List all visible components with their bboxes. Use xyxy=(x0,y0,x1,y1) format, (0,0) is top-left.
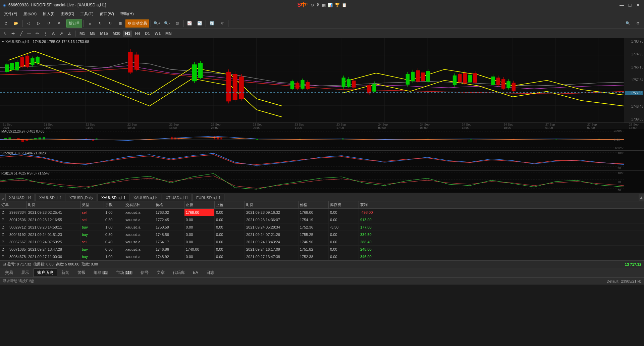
price-1766: 1766.15 xyxy=(625,65,643,69)
auto-trade-btn[interactable]: ⚙ 自动交易 xyxy=(125,19,149,28)
tab-articles[interactable]: 文章 xyxy=(153,268,168,277)
tf-d1[interactable]: D1 xyxy=(143,31,152,37)
window-controls[interactable]: — □ ✕ xyxy=(619,2,641,8)
price-chart[interactable]: ✦ XAUUSD.a,H1 1748.26 1755.08 1748.13 17… xyxy=(0,38,644,123)
zoom-in-btn[interactable]: 🔍+ xyxy=(152,19,162,28)
window-title: 666609938: HKDORISFinancial-Live - [XAUU… xyxy=(8,3,106,7)
tab-xauusd-h4-2[interactable]: XAUUSD.,H4 xyxy=(36,194,65,201)
cell-lots: 0.50 xyxy=(104,216,124,223)
tab-account-history[interactable]: 账户历史 xyxy=(34,268,57,277)
bar-btn[interactable]: 📉 xyxy=(195,19,204,28)
time-label-12: 24 Sep 12:00 xyxy=(462,123,477,130)
chart-btn-1[interactable]: ≡ xyxy=(85,19,95,28)
new-chart-btn[interactable]: 🗋 xyxy=(1,19,11,28)
refresh-btn[interactable]: ↺ xyxy=(44,19,53,28)
cell-symbol: xauusd.a xyxy=(124,216,154,223)
cell-close-price: 1768.00 xyxy=(299,209,329,216)
line-btn[interactable]: 📈 xyxy=(185,19,194,28)
tab-journal[interactable]: 日志 xyxy=(203,268,218,277)
cell-price: 1746.86 xyxy=(154,246,184,253)
tab-xauusd-a-h4[interactable]: XAUUSD.a,H4 xyxy=(130,194,161,201)
chart-btn-2[interactable]: ↻ xyxy=(95,19,105,28)
cell-close-time: 2021.09.23 09:16:32 xyxy=(245,209,299,216)
cell-sl: 0.00 xyxy=(184,231,215,238)
tf-m5[interactable]: M5 xyxy=(88,31,98,37)
settings-btn[interactable]: ⚙ xyxy=(633,19,643,28)
forward-btn[interactable]: ▷ xyxy=(34,19,43,28)
tab-market[interactable]: 市场117 xyxy=(112,268,136,277)
cell-type: buy xyxy=(80,246,104,253)
indicator-btn[interactable]: 🔄 xyxy=(207,19,217,28)
cell-order-id: 30057667 xyxy=(8,238,27,245)
fib-tool[interactable]: ⋮ xyxy=(42,30,49,37)
tf-mn[interactable]: MN xyxy=(163,31,174,37)
maximize-button[interactable]: □ xyxy=(627,2,633,8)
tab-xtiusd-a-h1[interactable]: XTIUSD.a,H1 xyxy=(162,194,192,201)
tab-show[interactable]: 展示 xyxy=(17,268,33,277)
tab-xauusd-a-h1[interactable]: XAUUSD.a,H1 xyxy=(98,194,129,201)
menu-help[interactable]: 帮助(H) xyxy=(117,10,137,17)
tab-xauusd-h4-1[interactable]: XAUUSD.,H4 xyxy=(5,194,35,201)
arrow-tool[interactable]: ↗ xyxy=(58,30,65,37)
tf-m1[interactable]: M1 xyxy=(77,31,87,37)
tab-ea[interactable]: EA xyxy=(189,269,202,276)
tf-h1[interactable]: H1 xyxy=(123,31,132,37)
chart-btn-4[interactable]: ▦ xyxy=(115,19,125,28)
cell-swap: 0.00 xyxy=(329,238,359,245)
menu-insert[interactable]: 插入(I) xyxy=(40,10,57,17)
template-btn[interactable]: ▽ xyxy=(217,19,227,28)
open-btn[interactable]: 📂 xyxy=(11,19,21,28)
tab-alerts[interactable]: 警报 xyxy=(74,268,89,277)
crosshair-tool[interactable]: ✛ xyxy=(9,30,17,37)
tab-mail[interactable]: 邮箱11 xyxy=(90,268,112,277)
tab-signals[interactable]: 信号 xyxy=(137,268,152,277)
rsi-svg xyxy=(0,171,624,193)
menu-file[interactable]: 文件(F) xyxy=(1,10,20,17)
close-button[interactable]: ✕ xyxy=(635,2,641,8)
menu-chart[interactable]: 图表(C) xyxy=(58,10,77,17)
line-tool[interactable]: ╱ xyxy=(17,30,25,37)
tab-codebase[interactable]: 代码库 xyxy=(169,268,189,277)
cell-type: sell xyxy=(80,238,104,245)
tab-eurusd-a-h1[interactable]: EURUSD.a,H1 xyxy=(193,194,224,201)
menu-view[interactable]: 显示(V) xyxy=(20,10,39,17)
balance-icon: ☑ xyxy=(3,262,6,266)
svg-rect-126 xyxy=(598,139,600,140)
panel-collapse-btn[interactable]: ▲ xyxy=(639,194,644,201)
logo-icon-5: 🏆 xyxy=(335,3,340,7)
tf-h4[interactable]: H4 xyxy=(133,31,142,37)
cursor-tool[interactable]: ↖ xyxy=(1,30,9,37)
logo-icon-6: 📋 xyxy=(342,3,347,7)
back-btn[interactable]: ◁ xyxy=(24,19,33,28)
minimize-button[interactable]: — xyxy=(619,2,625,8)
rsi-label-70: 70 xyxy=(618,180,623,184)
cell-price: 1772.45 xyxy=(154,216,184,223)
angle-tool[interactable]: ∠ xyxy=(66,30,73,37)
tf-w1[interactable]: W1 xyxy=(153,31,163,37)
cell-swap: 0.00 xyxy=(329,231,359,238)
stoch-right-labels: 100 20 xyxy=(617,151,623,170)
macd-svg xyxy=(0,129,624,150)
chart-btn-3[interactable]: ↻ xyxy=(105,19,115,28)
market-badge: 117 xyxy=(125,271,132,275)
tf-m15[interactable]: M15 xyxy=(98,31,110,37)
zoom-out-btn[interactable]: 🔍- xyxy=(162,19,172,28)
cell-symbol: xauusd.a xyxy=(124,231,154,238)
menu-tools[interactable]: 工具(T) xyxy=(77,10,96,17)
logo-icon-1: ⊙ xyxy=(311,3,314,7)
main-toolbar: 🗋 📂 ◁ ▷ ↺ ✕ 新订单 ≡ ↻ ↻ ▦ ⚙ 自动交易 🔍+ 🔍- ⊡ 📈… xyxy=(0,18,644,29)
tf-m30[interactable]: M30 xyxy=(111,31,122,37)
search-btn[interactable]: 🔍 xyxy=(623,19,633,28)
tab-trade[interactable]: 交易 xyxy=(1,268,17,277)
draw-tool[interactable]: ✏ xyxy=(34,30,41,37)
cell-price: 1748.56 xyxy=(154,231,184,238)
text-tool[interactable]: A xyxy=(50,30,57,37)
tab-close-btn[interactable]: ✕ xyxy=(0,197,5,201)
tab-xtiusd-daily[interactable]: XTIUSD.,Daily xyxy=(66,194,97,201)
tab-news[interactable]: 新闻 xyxy=(58,268,73,277)
stop-btn[interactable]: ✕ xyxy=(54,19,63,28)
menu-window[interactable]: 窗口(W) xyxy=(97,10,117,17)
hline-tool[interactable]: — xyxy=(25,30,33,37)
new-order-btn[interactable]: 新订单 xyxy=(66,19,82,28)
fit-btn[interactable]: ⊡ xyxy=(172,19,182,28)
